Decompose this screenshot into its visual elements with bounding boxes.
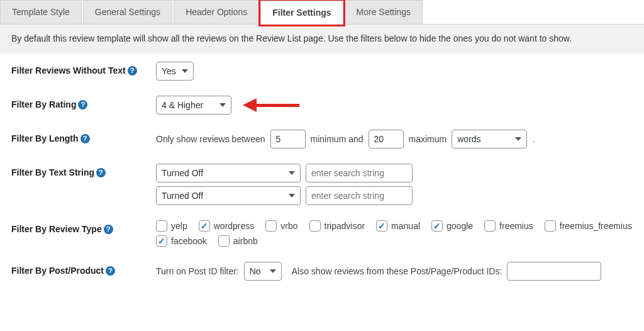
select-string-mode-2[interactable]: Turned Off bbox=[156, 186, 301, 205]
checkbox-freemius_freemius[interactable]: freemius_freemius bbox=[545, 220, 632, 232]
checkbox-box-icon bbox=[156, 220, 167, 232]
checkbox-box-icon bbox=[265, 220, 277, 232]
checkbox-google[interactable]: google bbox=[431, 220, 473, 232]
row-filter-by-rating: Filter By Rating ? 4 & Higher bbox=[11, 87, 633, 121]
row-filter-by-post: Filter By Post/Product ? Turn on Post ID… bbox=[11, 253, 633, 287]
label-filter-by-length: Filter By Length ? bbox=[11, 130, 156, 143]
help-icon[interactable]: ? bbox=[128, 66, 137, 76]
label-filter-without-text: Filter Reviews Without Text ? bbox=[11, 62, 156, 76]
checkbox-box-icon bbox=[199, 220, 210, 232]
settings-panel: Filter Reviews Without Text ? Yes Filter… bbox=[0, 53, 644, 287]
row-filter-by-length: Filter By Length ? Only show reviews bet… bbox=[11, 121, 633, 155]
select-post-id-filter[interactable]: No bbox=[244, 262, 282, 281]
checkbox-airbnb[interactable]: airbnb bbox=[218, 235, 258, 247]
checkbox-freemius[interactable]: freemius bbox=[484, 220, 533, 232]
checkbox-yelp[interactable]: yelp bbox=[156, 220, 187, 232]
tab-template-style[interactable]: Template Style bbox=[0, 0, 82, 24]
checkbox-box-icon bbox=[218, 235, 230, 247]
help-icon[interactable]: ? bbox=[104, 225, 113, 234]
checkbox-box-icon bbox=[431, 220, 443, 232]
filter-description: By default this review template will sho… bbox=[0, 25, 644, 53]
label-filter-by-rating: Filter By Rating ? bbox=[11, 96, 156, 109]
checkbox-wordpress[interactable]: wordpress bbox=[199, 220, 255, 232]
checkbox-tripadvisor[interactable]: tripadvisor bbox=[309, 220, 365, 232]
select-length-unit[interactable]: words bbox=[452, 130, 527, 149]
checkbox-box-icon bbox=[484, 220, 496, 232]
help-icon[interactable]: ? bbox=[96, 168, 106, 177]
checkbox-box-icon bbox=[156, 235, 167, 247]
tab-general-settings[interactable]: General Settings bbox=[83, 0, 172, 24]
checkbox-manual[interactable]: manual bbox=[376, 220, 420, 232]
input-string-2[interactable] bbox=[306, 186, 413, 205]
checkbox-box-icon bbox=[376, 220, 387, 232]
checkbox-vrbo[interactable]: vrbo bbox=[265, 220, 297, 232]
input-max-length[interactable] bbox=[369, 130, 404, 149]
select-filter-without-text[interactable]: Yes bbox=[156, 62, 194, 81]
tab-filter-settings[interactable]: Filter Settings bbox=[260, 1, 343, 25]
select-filter-by-rating[interactable]: 4 & Higher bbox=[156, 96, 231, 115]
input-min-length[interactable] bbox=[270, 130, 306, 149]
label-filter-by-string: Filter By Text String ? bbox=[11, 164, 156, 177]
input-string-1[interactable] bbox=[306, 164, 413, 182]
label-filter-by-type: Filter By Review Type ? bbox=[11, 220, 156, 234]
checkbox-box-icon bbox=[309, 220, 321, 232]
tab-more-settings[interactable]: More Settings bbox=[345, 0, 423, 24]
row-filter-by-type: Filter By Review Type ? yelpwordpressvrb… bbox=[11, 211, 633, 253]
tabs-bar: Template StyleGeneral SettingsHeader Opt… bbox=[0, 0, 644, 25]
help-icon[interactable]: ? bbox=[78, 100, 87, 109]
checkbox-facebook[interactable]: facebook bbox=[156, 235, 207, 247]
label-filter-by-post: Filter By Post/Product ? bbox=[11, 262, 156, 276]
arrow-annotation bbox=[243, 99, 299, 111]
input-post-ids[interactable] bbox=[507, 262, 601, 281]
review-type-checkboxes: yelpwordpressvrbotripadvisormanualgoogle… bbox=[156, 220, 633, 247]
checkbox-box-icon bbox=[545, 220, 556, 232]
help-icon[interactable]: ? bbox=[80, 134, 90, 143]
select-string-mode-1[interactable]: Turned Off bbox=[156, 164, 301, 182]
help-icon[interactable]: ? bbox=[106, 266, 115, 276]
row-filter-without-text: Filter Reviews Without Text ? Yes bbox=[11, 53, 633, 87]
row-filter-by-string: Filter By Text String ? Turned Off Turne… bbox=[11, 155, 633, 211]
tab-header-options[interactable]: Header Options bbox=[174, 0, 259, 24]
